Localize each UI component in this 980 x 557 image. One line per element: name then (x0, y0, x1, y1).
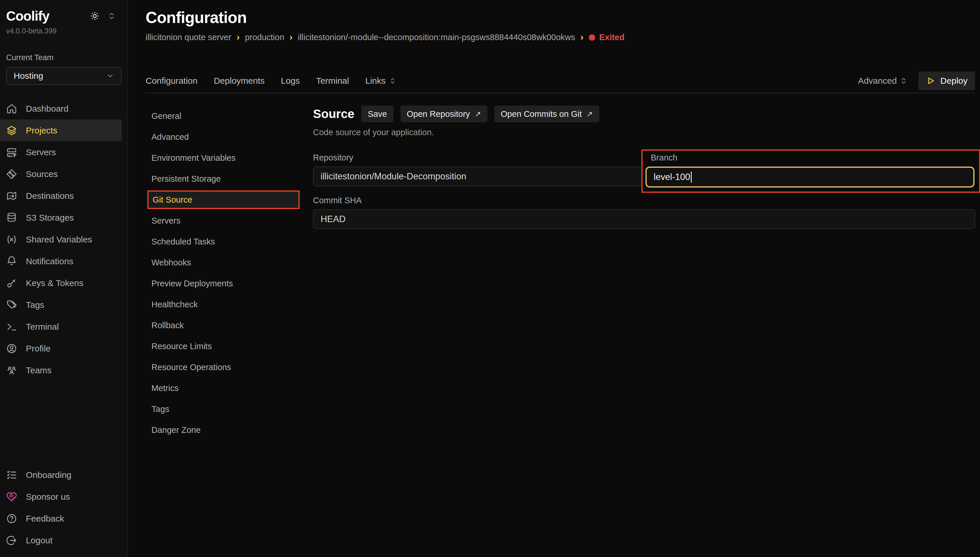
subnav-item-servers[interactable]: Servers (146, 210, 313, 231)
sidebar-item-label: Projects (26, 125, 57, 135)
sidebar-item-label: Servers (26, 147, 56, 157)
theme-toggle-sun-icon[interactable] (90, 11, 99, 21)
source-section: Source Save Open Repository ↗ Open Commi… (313, 106, 975, 557)
branch-input[interactable]: level-100 (645, 166, 975, 187)
sidebar-item-label: Keys & Tokens (26, 278, 83, 288)
sidebar-item-sources[interactable]: Sources (0, 163, 122, 185)
save-button[interactable]: Save (361, 106, 393, 122)
sidebar-item-label: Logout (26, 536, 53, 546)
sidebar: Coolify v4.0.0-beta.399 Current Team Hos… (0, 0, 128, 557)
sidebar-item-terminal[interactable]: Terminal (0, 316, 122, 337)
users-icon (6, 365, 17, 376)
sidebar-item-dashboard[interactable]: Dashboard (0, 98, 122, 119)
sidebar-item-keys-tokens[interactable]: Keys & Tokens (0, 272, 122, 294)
sidebar-item-onboarding[interactable]: Onboarding (0, 464, 122, 486)
sidebar-item-profile[interactable]: Profile (0, 337, 122, 359)
subnav-item-resource-limits[interactable]: Resource Limits (146, 336, 313, 357)
breadcrumb: illicitonion quote server › production ›… (146, 33, 975, 42)
git-source-icon (6, 169, 17, 180)
subnav-item-healthcheck[interactable]: Healthcheck (146, 294, 313, 315)
subnav-item-webhooks[interactable]: Webhooks (146, 252, 313, 273)
sidebar-item-sponsor-us[interactable]: Sponsor us (0, 486, 122, 508)
open-commits-label: Open Commits on Git (501, 109, 582, 119)
sidebar-nav: Dashboard Projects Servers (0, 98, 127, 381)
bell-icon (6, 256, 17, 267)
tab-deployments[interactable]: Deployments (214, 76, 265, 86)
sidebar-item-label: Terminal (26, 322, 59, 332)
tab-logs[interactable]: Logs (281, 76, 300, 86)
external-link-icon: ↗ (475, 109, 481, 119)
sidebar-item-shared-variables[interactable]: Shared Variables (0, 228, 122, 250)
subnav-item-metrics[interactable]: Metrics (146, 378, 313, 399)
sidebar-item-teams[interactable]: Teams (0, 359, 122, 381)
open-repository-label: Open Repository (407, 109, 470, 119)
chevrons-up-down-icon (900, 77, 907, 85)
breadcrumb-chevron-icon: › (580, 32, 583, 42)
subnav-item-preview-deployments[interactable]: Preview Deployments (146, 273, 313, 294)
subnav-item-scheduled-tasks[interactable]: Scheduled Tasks (146, 231, 313, 252)
map-icon (6, 191, 17, 202)
key-icon (6, 278, 17, 289)
variable-icon (6, 234, 17, 245)
open-commits-button[interactable]: Open Commits on Git ↗ (494, 106, 599, 122)
deploy-label: Deploy (941, 76, 967, 86)
sidebar-item-tags[interactable]: Tags (0, 294, 122, 316)
server-icon (6, 147, 17, 158)
commit-sha-label: Commit SHA (313, 195, 975, 205)
sidebar-item-destinations[interactable]: Destinations (0, 185, 122, 207)
deploy-button[interactable]: Deploy (918, 72, 975, 90)
subnav-item-advanced[interactable]: Advanced (146, 127, 313, 147)
sidebar-item-label: S3 Storages (26, 213, 74, 223)
theme-selector-chevrons-icon[interactable] (107, 12, 116, 20)
sidebar-item-feedback[interactable]: Feedback (0, 508, 122, 529)
repository-field: Repository (313, 153, 643, 193)
tab-configuration[interactable]: Configuration (146, 76, 197, 86)
subnav-item-general[interactable]: General (146, 106, 313, 127)
sidebar-item-label: Teams (26, 365, 52, 375)
sidebar-item-projects[interactable]: Projects (0, 119, 122, 141)
sidebar-item-label: Tags (26, 300, 44, 310)
layers-icon (6, 125, 17, 136)
tab-links-label: Links (365, 76, 386, 86)
logout-icon (6, 535, 17, 546)
breadcrumb-resource[interactable]: illicitestonion/-module--decomposition:m… (298, 33, 575, 42)
breadcrumb-project[interactable]: illicitonion quote server (146, 33, 231, 42)
advanced-dropdown[interactable]: Advanced (858, 76, 907, 86)
page-title: Configuration (146, 8, 975, 27)
main-area: Configuration illicitonion quote server … (128, 0, 980, 557)
heart-hand-icon (6, 491, 17, 502)
annotation-box-git-source: Git Source (147, 191, 300, 209)
annotation-box-branch: Branch level-100 (642, 150, 980, 193)
team-select[interactable]: Hosting (6, 67, 122, 85)
subnav-item-resource-operations[interactable]: Resource Operations (146, 357, 313, 378)
subnav-item-rollback[interactable]: Rollback (146, 315, 313, 336)
subnav-item-environment-variables[interactable]: Environment Variables (146, 147, 313, 168)
terminal-icon (6, 321, 17, 332)
source-heading: Source (313, 107, 354, 121)
commit-sha-field: Commit SHA (313, 195, 975, 229)
app-logo: Coolify (6, 8, 49, 24)
subnav-item-persistent-storage[interactable]: Persistent Storage (146, 168, 313, 189)
tab-terminal[interactable]: Terminal (316, 76, 349, 86)
subnav-item-danger-zone[interactable]: Danger Zone (146, 420, 313, 440)
app-version: v4.0.0-beta.399 (6, 27, 127, 35)
team-select-value: Hosting (14, 71, 43, 81)
commit-sha-input[interactable] (313, 209, 975, 229)
open-repository-button[interactable]: Open Repository ↗ (400, 106, 488, 122)
branch-field: Branch level-100 (645, 153, 975, 193)
tab-links[interactable]: Links (365, 76, 396, 86)
subnav-item-tags[interactable]: Tags (146, 399, 313, 420)
breadcrumb-environment[interactable]: production (245, 33, 284, 42)
repository-input[interactable] (313, 166, 643, 186)
sidebar-item-servers[interactable]: Servers (0, 141, 122, 163)
sidebar-item-label: Notifications (26, 256, 73, 266)
sidebar-item-label: Feedback (26, 514, 64, 524)
sidebar-item-notifications[interactable]: Notifications (0, 250, 122, 272)
checklist-icon (6, 469, 17, 480)
sidebar-item-logout[interactable]: Logout (0, 529, 122, 551)
sidebar-item-label: Sponsor us (26, 492, 70, 502)
sidebar-item-s3-storages[interactable]: S3 Storages (0, 207, 122, 228)
subnav-item-git-source[interactable]: Git Source (148, 192, 299, 208)
sidebar-item-label: Profile (26, 344, 50, 353)
external-link-icon: ↗ (587, 109, 593, 119)
